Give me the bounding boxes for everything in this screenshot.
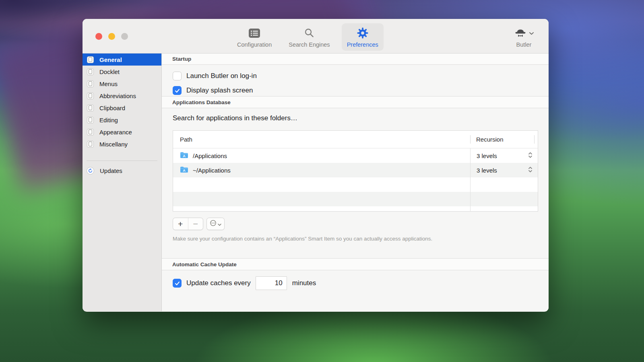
path-cell: ~/Applications	[193, 167, 231, 174]
column-header-path[interactable]: Path	[173, 136, 470, 143]
section-header-applications-database: Applications Database	[162, 96, 549, 108]
toolbar-item-label: Configuration	[237, 41, 272, 48]
update-caches-checkbox[interactable]	[173, 279, 182, 288]
recursion-popup[interactable]: 3 levels	[470, 163, 538, 177]
empty-table-row	[173, 192, 538, 206]
sidebar-item-docklet[interactable]: Docklet	[83, 66, 161, 78]
applications-folder-icon: A	[180, 166, 188, 174]
launch-on-login-row: Launch Butler on log-in	[173, 70, 549, 82]
butler-hat-icon	[514, 26, 527, 40]
pane-icon	[87, 93, 94, 99]
sidebar-item-label: Updates	[100, 167, 122, 174]
sidebar-item-editing[interactable]: Editing	[83, 114, 161, 126]
checkbox-label: Launch Butler on log-in	[186, 72, 257, 80]
svg-text:A: A	[183, 169, 186, 173]
gear-icon	[357, 27, 369, 39]
stepper-icon	[528, 167, 532, 174]
applications-folder-icon: A	[180, 152, 188, 160]
section-header-label: Applications Database	[172, 99, 231, 105]
stepper-icon	[528, 152, 532, 159]
chevron-down-icon	[529, 29, 534, 37]
checkbox-label: Update caches every	[186, 279, 251, 287]
section-header-label: Startup	[172, 56, 191, 62]
section-header-startup: Startup	[162, 53, 549, 65]
display-splash-checkbox[interactable]	[173, 86, 182, 95]
sidebar-item-menus[interactable]: Menus	[83, 78, 161, 90]
remove-folder-button[interactable]: −	[188, 218, 203, 230]
general-pane: Startup Launch Butler on log-in	[162, 53, 549, 311]
toolbar-item-configuration[interactable]: Configuration	[232, 23, 277, 51]
recursion-value: 3 levels	[477, 167, 497, 174]
pane-icon	[87, 129, 94, 136]
sidebar-item-label: Appearance	[99, 129, 132, 136]
sidebar-item-appearance[interactable]: Appearance	[83, 126, 161, 138]
search-icon	[304, 27, 314, 39]
preferences-sidebar: General Docklet Menus Abbreviations Clip…	[83, 53, 162, 311]
ellipsis-circle-icon	[210, 220, 217, 228]
sidebar-item-label: General	[99, 56, 122, 63]
toolbar-item-butler-menu[interactable]: Butler	[509, 23, 539, 51]
pane-icon	[87, 117, 94, 123]
interval-input[interactable]	[256, 276, 287, 290]
smart-item-note: Make sure your configuration contains an…	[173, 236, 549, 243]
sidebar-item-updates[interactable]: Updates	[83, 165, 161, 177]
add-remove-segment: + −	[173, 218, 203, 230]
toolbar-right-items: Butler	[509, 23, 539, 51]
pane-icon	[87, 68, 94, 75]
minutes-label: minutes	[292, 279, 316, 287]
column-header-recursion[interactable]: Recursion	[470, 131, 538, 148]
zoom-window-button[interactable]	[121, 33, 128, 40]
sidebar-item-general[interactable]: General	[83, 53, 161, 66]
column-header-label: Recursion	[476, 136, 504, 143]
refresh-icon	[87, 167, 94, 175]
table-row[interactable]: A ~/Applications 3 levels	[173, 163, 538, 177]
minimize-button[interactable]	[108, 33, 115, 40]
list-icon	[248, 27, 260, 39]
sidebar-item-label: Clipboard	[99, 105, 125, 111]
sidebar-item-miscellany[interactable]: Miscellany	[83, 138, 161, 150]
toolbar-center-items: Configuration Search Engines	[232, 23, 384, 51]
toolbar-item-label: Preferences	[347, 41, 378, 48]
launch-on-login-checkbox[interactable]	[173, 72, 182, 80]
folders-prompt: Search for applications in these folders…	[173, 114, 549, 124]
toolbar-item-label: Butler	[516, 41, 532, 48]
recursion-popup[interactable]: 3 levels	[470, 148, 538, 163]
table-header: Path Recursion	[173, 131, 538, 148]
sidebar-item-label: Abbreviations	[99, 93, 136, 99]
close-button[interactable]	[95, 33, 102, 40]
sidebar-item-label: Editing	[99, 117, 118, 123]
pane-icon	[87, 105, 94, 111]
sidebar-item-label: Miscellany	[99, 141, 128, 148]
checkbox-label: Display splash screen	[186, 86, 253, 95]
svg-text:A: A	[183, 154, 186, 158]
pane-icon	[87, 80, 94, 87]
sidebar-item-label: Menus	[99, 80, 118, 87]
toolbar-item-label: Search Engines	[289, 41, 330, 48]
cache-update-row: Update caches every minutes	[173, 276, 549, 290]
toolbar-item-preferences[interactable]: Preferences	[342, 23, 384, 51]
table-edit-buttons: + −	[173, 218, 549, 230]
section-header-label: Automatic Cache Update	[172, 261, 237, 267]
toolbar: Configuration Search Engines	[83, 19, 549, 53]
chevron-down-icon	[218, 220, 221, 228]
add-folder-button[interactable]: +	[173, 218, 188, 230]
table-row[interactable]: A /Applications 3 levels	[173, 148, 538, 163]
display-splash-row: Display splash screen	[173, 85, 549, 96]
empty-table-row	[173, 206, 538, 211]
sidebar-item-clipboard[interactable]: Clipboard	[83, 102, 161, 114]
pane-icon	[87, 56, 94, 63]
pane-icon	[87, 141, 94, 148]
butler-preferences-window: Configuration Search Engines	[83, 19, 549, 312]
sidebar-divider	[87, 160, 157, 161]
section-header-automatic-cache-update: Automatic Cache Update	[162, 258, 549, 270]
more-options-button[interactable]	[206, 218, 225, 230]
sidebar-item-abbreviations[interactable]: Abbreviations	[83, 90, 161, 102]
toolbar-item-search-engines[interactable]: Search Engines	[283, 23, 335, 51]
path-cell: /Applications	[193, 152, 227, 159]
recursion-value: 3 levels	[477, 152, 497, 159]
folders-table: Path Recursion A /	[173, 130, 538, 212]
empty-table-row	[173, 177, 538, 192]
sidebar-item-label: Docklet	[99, 68, 120, 75]
traffic-lights	[95, 33, 128, 40]
